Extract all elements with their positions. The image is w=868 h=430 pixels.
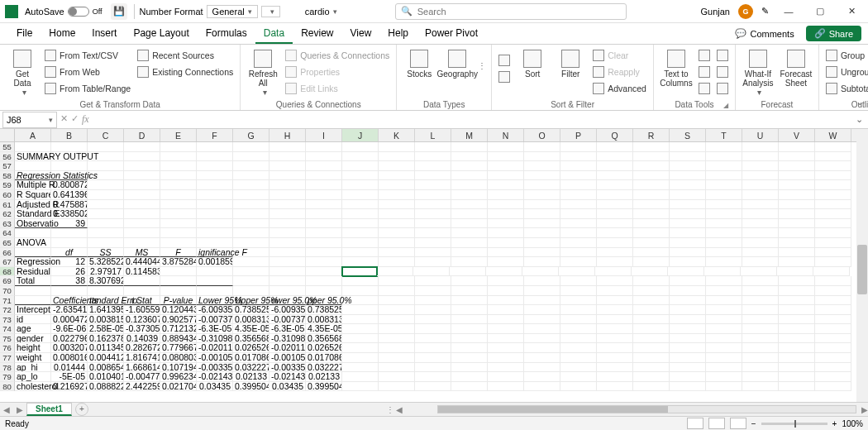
cell[interactable]: [524, 315, 560, 325]
cell[interactable]: [451, 142, 488, 152]
cell[interactable]: 0.107194: [160, 363, 197, 373]
cell[interactable]: [779, 372, 815, 382]
comments-button[interactable]: 💬Comments: [728, 26, 800, 41]
cell[interactable]: [233, 161, 269, 171]
cell[interactable]: -1.60559: [124, 305, 160, 315]
cell[interactable]: 2.58E-05: [88, 324, 124, 334]
cell[interactable]: 0.282672: [124, 343, 160, 353]
cell[interactable]: [379, 238, 415, 248]
what-if-button[interactable]: What-If Analysis▾: [741, 46, 775, 97]
cell[interactable]: [597, 363, 633, 373]
cell[interactable]: [670, 228, 706, 238]
cell[interactable]: [124, 180, 160, 190]
cell[interactable]: 0.008313: [306, 315, 342, 325]
cell[interactable]: [670, 334, 706, 344]
cell[interactable]: 0.026526: [306, 343, 342, 353]
cell[interactable]: age: [15, 324, 51, 334]
cell[interactable]: [560, 257, 597, 267]
pen-icon[interactable]: ✎: [761, 6, 769, 17]
cell[interactable]: [306, 180, 342, 190]
cell[interactable]: [742, 343, 779, 353]
cell[interactable]: [633, 248, 670, 258]
cell[interactable]: [379, 257, 415, 267]
cell[interactable]: [670, 190, 706, 200]
cell[interactable]: [706, 286, 742, 296]
worksheet-grid[interactable]: ABCDEFGHIJKLMNOPQRSTUVW 5556SUMMARY OUTP…: [0, 129, 868, 402]
cell[interactable]: [742, 161, 779, 171]
cell[interactable]: 0.356568: [306, 334, 342, 344]
cell[interactable]: [524, 238, 560, 248]
column-header[interactable]: G: [233, 129, 269, 141]
cell[interactable]: [524, 152, 560, 162]
cell[interactable]: [342, 315, 379, 325]
column-header[interactable]: F: [197, 129, 233, 141]
select-all-corner[interactable]: [0, 129, 15, 142]
column-header[interactable]: V: [779, 129, 815, 141]
manage-data-model-button[interactable]: [715, 81, 730, 96]
cell[interactable]: [560, 190, 597, 200]
cell[interactable]: [742, 180, 779, 190]
cell[interactable]: [342, 209, 379, 219]
cell[interactable]: [379, 190, 415, 200]
cell[interactable]: [742, 152, 779, 162]
cell[interactable]: pper 95.0%: [306, 296, 342, 306]
cell[interactable]: [560, 180, 597, 190]
cell[interactable]: [488, 228, 524, 238]
cell[interactable]: [524, 372, 560, 382]
cell[interactable]: [124, 142, 160, 152]
cell[interactable]: [306, 200, 342, 210]
cell[interactable]: [160, 228, 197, 238]
row-header[interactable]: 62: [0, 209, 15, 219]
cell[interactable]: [269, 248, 306, 258]
cell[interactable]: [597, 372, 633, 382]
cell[interactable]: [451, 180, 488, 190]
cell[interactable]: 0.032227: [233, 363, 269, 373]
cell[interactable]: [415, 190, 451, 200]
cell[interactable]: [815, 257, 851, 267]
cell[interactable]: [269, 209, 306, 219]
row-header[interactable]: 79: [0, 372, 15, 382]
cell[interactable]: [269, 200, 306, 210]
cell[interactable]: [779, 296, 815, 306]
cell[interactable]: 0.02133: [306, 372, 342, 382]
cell[interactable]: [560, 248, 597, 258]
cell[interactable]: Multiple R: [15, 180, 51, 190]
column-header[interactable]: T: [706, 129, 742, 141]
column-header[interactable]: I: [306, 129, 342, 141]
cell[interactable]: R Square: [15, 190, 51, 200]
cell[interactable]: [633, 305, 670, 315]
cell[interactable]: [88, 219, 124, 229]
cell[interactable]: [197, 276, 233, 286]
cell[interactable]: [488, 372, 524, 382]
cell[interactable]: [269, 286, 306, 296]
cell[interactable]: [451, 238, 488, 248]
cell[interactable]: [633, 152, 670, 162]
row-header[interactable]: 69: [0, 276, 15, 286]
cell[interactable]: [415, 228, 451, 238]
cell[interactable]: [706, 353, 742, 363]
cell[interactable]: [560, 353, 597, 363]
sheet-nav-next[interactable]: ▶: [13, 405, 26, 414]
cell[interactable]: [632, 267, 668, 277]
cell[interactable]: -0.00737: [197, 315, 233, 325]
cell[interactable]: [306, 171, 342, 181]
cell[interactable]: [197, 180, 233, 190]
cell[interactable]: [377, 267, 413, 277]
cell[interactable]: [379, 353, 415, 363]
cell[interactable]: [815, 305, 851, 315]
cell[interactable]: [488, 324, 524, 334]
column-header[interactable]: E: [160, 129, 197, 141]
vertical-scrollbar[interactable]: [856, 129, 868, 402]
share-button[interactable]: 🔗Share: [806, 26, 861, 41]
row-header[interactable]: 60: [0, 190, 15, 200]
scrollbar-thumb[interactable]: [857, 245, 867, 294]
cell[interactable]: [670, 161, 706, 171]
cell[interactable]: [779, 343, 815, 353]
cell[interactable]: [670, 296, 706, 306]
cell[interactable]: [233, 286, 269, 296]
cell[interactable]: [560, 161, 597, 171]
sheet-nav-prev[interactable]: ◀: [0, 405, 13, 414]
cell[interactable]: [160, 238, 197, 248]
cell[interactable]: [269, 238, 306, 248]
cell[interactable]: [597, 276, 633, 286]
